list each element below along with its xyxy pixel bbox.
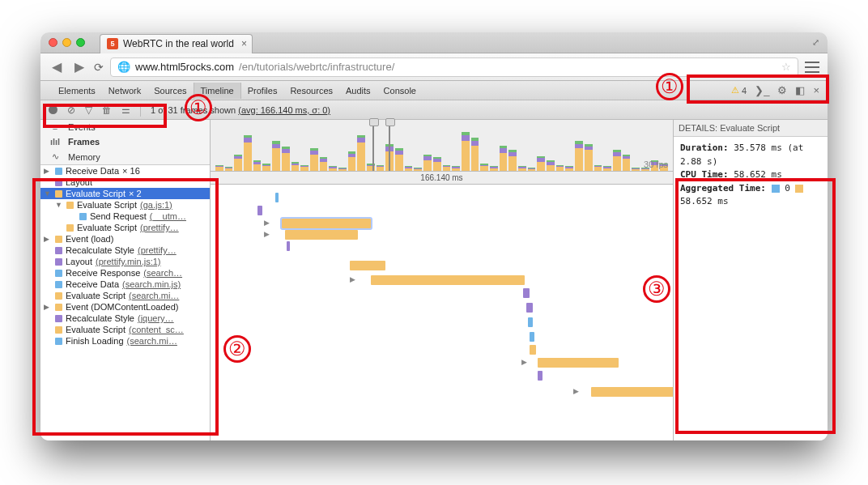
view-memory[interactable]: ∿ Memory <box>40 149 210 164</box>
aggregated-time-label: Aggregated Time: <box>680 183 766 194</box>
center-panel: 30 fps 166.140 ms ▶▶▶▶▶ <box>211 120 674 440</box>
flame-bar[interactable] <box>285 230 358 240</box>
favicon-html5-icon <box>107 38 118 49</box>
warnings-badge[interactable]: ⚠ 4 <box>731 85 747 96</box>
frames-view-icon[interactable]: ☰ <box>121 104 130 116</box>
tab-timeline[interactable]: Timeline <box>194 83 241 99</box>
close-devtools-icon[interactable]: × <box>813 84 819 96</box>
dock-side-icon[interactable]: ◧ <box>795 84 805 96</box>
flame-bar[interactable] <box>538 358 619 368</box>
flame-bar[interactable] <box>528 317 533 327</box>
record-row[interactable]: Finish Loading (search.mi… <box>40 335 210 347</box>
cpu-time-value: 58.652 ms <box>734 169 782 180</box>
record-row[interactable]: Layout (prettify.min.js:1) <box>40 256 210 267</box>
flame-chart[interactable]: ▶▶▶▶▶ <box>211 185 673 440</box>
events-icon: ≡ <box>49 122 62 132</box>
filter-icon[interactable]: ▽ <box>85 104 92 116</box>
flame-bar[interactable] <box>287 241 290 251</box>
details-header: DETAILS: Evaluate Script <box>674 120 828 137</box>
chrome-menu-icon[interactable] <box>805 62 819 73</box>
flame-bar[interactable] <box>371 275 525 285</box>
flame-bar[interactable] <box>530 345 536 355</box>
reload-icon[interactable]: ⟳ <box>94 61 104 74</box>
record-row[interactable]: Recalculate Style (prettify… <box>40 245 210 256</box>
loading-chip-icon <box>772 185 780 193</box>
record-row[interactable]: ▶Event (DOMContentLoaded) <box>40 301 210 313</box>
record-row[interactable]: ▶Receive Data × 16 <box>40 165 210 177</box>
close-window[interactable] <box>49 38 57 47</box>
left-panel: ≡ Events ılıl Frames ∿ Memory ▶Receive D… <box>40 120 211 440</box>
timeline-toolbar: ⊘ ▽ 🗑 ☰ 1 of 31 frames shown (avg: 166.1… <box>40 100 828 120</box>
tab-console[interactable]: Console <box>377 83 423 99</box>
flame-bar[interactable] <box>275 193 279 202</box>
settings-gear-icon[interactable]: ⚙ <box>777 84 787 96</box>
tab-close-icon[interactable]: × <box>241 38 247 49</box>
warning-icon: ⚠ <box>731 85 739 96</box>
record-button[interactable] <box>49 105 57 114</box>
tab-elements[interactable]: Elements <box>52 83 102 99</box>
fps-label: 30 fps <box>644 160 668 169</box>
memory-icon: ∿ <box>49 151 62 162</box>
flame-bar[interactable] <box>523 288 530 298</box>
record-row[interactable]: Evaluate Script (content_sc… <box>40 324 210 335</box>
flame-bar[interactable] <box>591 387 673 397</box>
traffic-lights <box>49 38 85 47</box>
flame-bar[interactable] <box>257 206 262 215</box>
browser-navbar: ◀ ▶ ⟳ 🌐 www.html5rocks.com/en/tutorials/… <box>40 53 828 81</box>
record-row[interactable]: ▶Event (load) <box>40 233 210 245</box>
minimize-window[interactable] <box>62 38 71 47</box>
view-frames[interactable]: ılıl Frames <box>40 134 210 149</box>
back-button[interactable]: ◀ <box>49 57 65 76</box>
address-bar[interactable]: 🌐 www.html5rocks.com/en/tutorials/webrtc… <box>110 57 798 77</box>
record-row[interactable]: Recalculate Style (jquery… <box>40 313 210 324</box>
overview-handle-right[interactable] <box>389 120 390 171</box>
tab-profiles[interactable]: Profiles <box>241 83 284 99</box>
frames-overview[interactable]: 30 fps <box>211 120 673 172</box>
clear-icon[interactable]: ⊘ <box>67 104 75 116</box>
tab-network[interactable]: Network <box>102 83 147 99</box>
flame-bar[interactable] <box>350 261 385 270</box>
fullscreen-icon[interactable]: ⤢ <box>812 37 819 48</box>
flame-bar[interactable] <box>538 371 542 381</box>
browser-window: WebRTC in the real world × ⤢ ◀ ▶ ⟳ 🌐 www… <box>40 32 828 440</box>
aggregated-blue: 0 <box>785 183 790 194</box>
console-drawer-icon[interactable]: ❯_ <box>755 84 769 96</box>
aggregated-value: 58.652 ms <box>680 195 821 209</box>
frames-summary: 1 of 31 frames shown (avg: 166.140 ms, σ… <box>151 105 330 115</box>
cpu-time-label: CPU Time: <box>680 169 729 180</box>
overview-handle-left[interactable] <box>372 120 374 171</box>
frames-icon: ılıl <box>49 137 62 147</box>
flame-bar[interactable] <box>530 332 534 342</box>
view-events[interactable]: ≡ Events <box>40 120 210 134</box>
view-category-list: ≡ Events ılıl Frames ∿ Memory <box>40 120 210 165</box>
scripting-chip-icon <box>795 185 803 193</box>
record-row[interactable]: Evaluate Script (prettify… <box>40 222 210 233</box>
zoom-window[interactable] <box>76 38 85 47</box>
devtools-body: ≡ Events ılıl Frames ∿ Memory ▶Receive D… <box>40 120 828 440</box>
globe-icon: 🌐 <box>117 61 130 73</box>
time-ruler: 166.140 ms <box>211 172 673 185</box>
flame-bar[interactable] <box>526 303 533 313</box>
warning-count: 4 <box>742 86 747 96</box>
record-row[interactable]: Receive Data (search.min.js) <box>40 279 210 290</box>
browser-tab[interactable]: WebRTC in the real world × <box>100 34 253 53</box>
flame-bar[interactable] <box>282 219 371 228</box>
forward-button[interactable]: ▶ <box>71 57 87 76</box>
url-path: /en/tutorials/webrtc/infrastructure/ <box>239 61 394 73</box>
bookmark-star-icon[interactable]: ☆ <box>781 61 791 73</box>
record-row[interactable]: Layout <box>40 177 210 188</box>
tab-sources[interactable]: Sources <box>147 83 193 99</box>
record-row[interactable]: Send Request (__utm… <box>40 211 210 222</box>
records-list[interactable]: ▶Receive Data × 16Layout▼Evaluate Script… <box>40 165 210 440</box>
tab-audits[interactable]: Audits <box>339 83 377 99</box>
browser-tabstrip: WebRTC in the real world × ⤢ <box>40 32 828 53</box>
record-row[interactable]: Evaluate Script (search.mi… <box>40 290 210 301</box>
record-row[interactable]: Receive Response (search… <box>40 267 210 279</box>
url-domain: www.html5rocks.com <box>135 61 234 73</box>
duration-label: Duration: <box>680 143 729 153</box>
tab-resources[interactable]: Resources <box>283 83 339 99</box>
record-row[interactable]: ▼Evaluate Script (ga.js:1) <box>40 199 210 211</box>
garbage-collect-icon[interactable]: 🗑 <box>102 104 112 116</box>
record-row[interactable]: ▼Evaluate Script × 2 <box>40 188 210 199</box>
tab-title: WebRTC in the real world <box>123 38 234 49</box>
